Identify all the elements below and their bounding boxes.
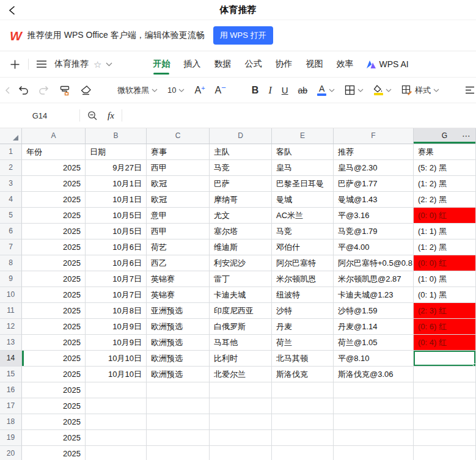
cell-C11[interactable]: 亚洲预选 (147, 303, 210, 319)
tab-插入[interactable]: 插入 (183, 51, 200, 77)
cell-F12[interactable]: 丹麦@1.14 (334, 319, 414, 335)
font-color-button[interactable]: A (312, 81, 340, 100)
more-columns-button[interactable]: ⋯ (462, 128, 471, 144)
cell-B4[interactable]: 10月1日 (86, 192, 147, 208)
cell-A1[interactable]: 年份 (22, 144, 86, 160)
cell-F14[interactable]: 平@8.10 (334, 351, 414, 367)
cell-G9[interactable]: (1: 0) 黑 (414, 271, 476, 287)
cell-A6[interactable]: 2025 (22, 224, 86, 239)
tab-数据[interactable]: 数据 (214, 51, 231, 77)
cell-B12[interactable]: 10月9日 (86, 319, 147, 335)
cell-D18[interactable] (210, 414, 272, 430)
cell-B18[interactable] (86, 414, 147, 430)
cell-E10[interactable]: 纽波特 (272, 287, 334, 303)
cell-G13[interactable]: (0: 4) 红 (414, 335, 476, 351)
cell-C20[interactable] (147, 446, 210, 460)
cell-D7[interactable]: 维迪斯 (210, 239, 272, 255)
cell-F1[interactable]: 推荐 (334, 144, 414, 160)
align-left-button[interactable] (460, 81, 476, 100)
cell-reference-box[interactable]: G14 (0, 111, 79, 120)
cell-D20[interactable] (210, 446, 272, 460)
cell-G1[interactable]: 赛果 (414, 144, 476, 160)
cell-F16[interactable] (334, 382, 414, 398)
cell-C15[interactable]: 欧洲预选 (147, 367, 210, 382)
row-header-12[interactable]: 12 (0, 319, 22, 335)
column-header-G[interactable]: G⋯ (414, 128, 476, 144)
favorite-star-icon[interactable]: ☆ (93, 60, 101, 69)
cell-F18[interactable] (334, 414, 414, 430)
cell-E17[interactable] (272, 398, 334, 414)
cell-G7[interactable]: (1: 2) 黑 (414, 239, 476, 255)
cell-G2[interactable]: (5: 2) 黑 (414, 160, 476, 176)
cell-G5[interactable]: (0: 0) 红 (414, 208, 476, 224)
select-all-corner[interactable] (0, 128, 22, 144)
cell-G20[interactable] (414, 446, 476, 460)
cell-F6[interactable]: 马竞@1.79 (334, 224, 414, 239)
cell-B8[interactable]: 10月6日 (86, 255, 147, 271)
cell-E8[interactable]: 阿尔巴塞特 (272, 255, 334, 271)
cell-G10[interactable]: (0: 1) 黑 (414, 287, 476, 303)
cell-B16[interactable] (86, 382, 147, 398)
new-sheet-button[interactable] (10, 59, 20, 70)
sheet-menu-button[interactable] (37, 60, 46, 68)
cell-A17[interactable]: 2025 (22, 398, 86, 414)
cell-C13[interactable]: 欧洲预选 (147, 335, 210, 351)
cell-E4[interactable]: 曼城 (272, 192, 334, 208)
cell-D13[interactable]: 马耳他 (210, 335, 272, 351)
cell-A13[interactable]: 2025 (22, 335, 86, 351)
cell-B20[interactable] (86, 446, 147, 460)
cell-G15[interactable] (414, 367, 476, 382)
cell-C8[interactable]: 西乙 (147, 255, 210, 271)
cell-G6[interactable]: (1: 1) 黑 (414, 224, 476, 239)
cell-E11[interactable]: 沙特 (272, 303, 334, 319)
column-header-E[interactable]: E (272, 128, 334, 144)
cell-D3[interactable]: 巴萨 (210, 176, 272, 192)
row-header-10[interactable]: 10 (0, 287, 22, 303)
font-size-select[interactable]: 10 (163, 81, 189, 100)
cell-E13[interactable]: 荷兰 (272, 335, 334, 351)
back-button[interactable] (6, 4, 20, 17)
undo-button[interactable] (13, 81, 34, 100)
cell-B14[interactable]: 10月10日 (86, 351, 147, 367)
cell-B10[interactable]: 10月7日 (86, 287, 147, 303)
cell-G16[interactable] (414, 382, 476, 398)
increase-font-button[interactable]: A+ (189, 81, 210, 100)
column-header-C[interactable]: C (147, 128, 210, 144)
cell-C2[interactable]: 西甲 (147, 160, 210, 176)
row-header-4[interactable]: 4 (0, 192, 22, 208)
row-header-16[interactable]: 16 (0, 382, 22, 398)
row-header-20[interactable]: 20 (0, 446, 22, 460)
cell-A3[interactable]: 2025 (22, 176, 86, 192)
cell-C9[interactable]: 英锦赛 (147, 271, 210, 287)
row-header-14[interactable]: 14 (0, 351, 22, 367)
cell-F15[interactable]: 斯洛伐克@3.06 (334, 367, 414, 382)
cell-A12[interactable]: 2025 (22, 319, 86, 335)
cell-A9[interactable]: 2025 (22, 271, 86, 287)
tab-协作[interactable]: 协作 (275, 51, 292, 77)
cell-B7[interactable]: 10月6日 (86, 239, 147, 255)
cell-G12[interactable]: (0: 6) 红 (414, 319, 476, 335)
row-header-19[interactable]: 19 (0, 430, 22, 446)
clear-format-button[interactable] (75, 81, 97, 100)
row-header-11[interactable]: 11 (0, 303, 22, 319)
borders-button[interactable] (340, 81, 368, 100)
cell-D19[interactable] (210, 430, 272, 446)
cell-E15[interactable]: 斯洛伐克 (272, 367, 334, 382)
cell-B11[interactable]: 10月8日 (86, 303, 147, 319)
row-header-8[interactable]: 8 (0, 255, 22, 271)
cell-B15[interactable]: 10月10日 (86, 367, 147, 382)
decrease-font-button[interactable]: A− (210, 81, 231, 100)
row-header-2[interactable]: 2 (0, 160, 22, 176)
cell-F20[interactable] (334, 446, 414, 460)
open-in-wps-button[interactable]: 用 WPS 打开 (213, 26, 273, 45)
cell-A19[interactable]: 2025 (22, 430, 86, 446)
font-name-select[interactable]: 微软雅黑 (112, 81, 163, 100)
cell-A14[interactable]: 2025 (22, 351, 86, 367)
cell-C19[interactable] (147, 430, 210, 446)
insert-function-button[interactable]: fx (105, 111, 122, 121)
cell-E18[interactable] (272, 414, 334, 430)
cell-F7[interactable]: 平@4.00 (334, 239, 414, 255)
bold-button[interactable]: B (247, 81, 264, 100)
cell-B19[interactable] (86, 430, 147, 446)
column-header-D[interactable]: D (210, 128, 272, 144)
